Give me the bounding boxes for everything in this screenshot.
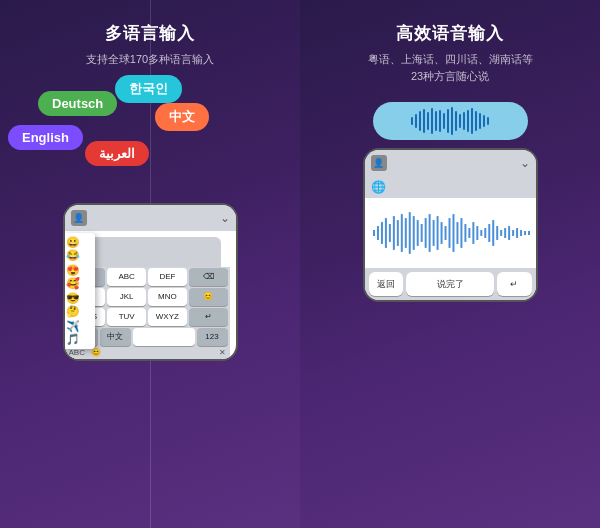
kb-key-abc[interactable]: ABC [107,268,146,286]
emoji-row-3: 😎🤔 [66,292,92,318]
svg-rect-27 [480,230,482,236]
kb-key-mno[interactable]: MNO [148,288,187,306]
kb-top-bar: 👤 ⌄ [65,205,236,231]
right-phone-mockup: 👤 ⌄ 🌐 [363,148,538,302]
wave-bar [467,110,469,132]
right-panel: 高效语音输入 粤语、上海话、四川话、湖南话等 23种方言随心说 [300,0,600,528]
wave-bar [439,110,441,132]
svg-rect-2 [380,222,382,244]
voice-kb-top: 👤 ⌄ [365,150,536,176]
wave-bar [483,115,485,127]
svg-rect-24 [468,228,470,238]
svg-rect-18 [444,226,446,240]
voice-back-button[interactable]: 返回 [369,272,404,296]
badge-english: English [8,125,83,150]
kb-key-wxyz[interactable]: WXYZ [148,308,187,326]
svg-rect-28 [484,228,486,238]
wave-bar [463,112,465,130]
svg-rect-20 [452,214,454,252]
svg-rect-39 [528,231,530,235]
emoji-row-4: ✈️🎵 [66,320,92,346]
wave-bar [435,111,437,131]
voice-enter-button[interactable]: ↵ [497,272,532,296]
voice-wave-svg [371,208,530,258]
kb-key-backspace[interactable]: ⌫ [189,268,228,286]
svg-rect-3 [384,218,386,248]
left-phone-mockup: 👤 ⌄ 😀😂 😍🥰 😎🤔 ✈️🎵 ... [63,203,238,361]
badge-korean: 한국인 [115,75,182,103]
left-panel: 多语言输入 支持全球170多种语言输入 English Deutsch 한국인 … [0,0,300,528]
globe-row: 🌐 [365,176,536,198]
emoji-panel: 😀😂 😍🥰 😎🤔 ✈️🎵 [63,233,95,349]
svg-rect-17 [440,222,442,244]
globe-icon: 🌐 [371,180,386,194]
wave-bar [471,108,473,134]
svg-rect-30 [492,220,494,246]
svg-rect-34 [508,226,510,240]
left-phone-screen: 👤 ⌄ 😀😂 😍🥰 😎🤔 ✈️🎵 ... [65,205,236,359]
voice-waveform-area [365,198,536,268]
kb-key-chinese[interactable]: 中文 [100,328,131,346]
svg-rect-23 [464,224,466,242]
right-subtitle: 粤语、上海话、四川话、湖南话等 23种方言随心说 [368,51,533,84]
svg-rect-15 [432,220,434,246]
svg-rect-12 [420,224,422,242]
svg-rect-16 [436,216,438,250]
voice-bubble [373,102,528,140]
svg-rect-38 [524,231,526,235]
kb-abc-label: ABC [69,348,85,357]
svg-rect-7 [400,214,402,252]
kb-key-enter[interactable]: ↵ [189,308,228,326]
badges-area: English Deutsch 한국인 中文 العربية [0,73,300,203]
chevron-icon: ⌄ [220,211,230,225]
svg-rect-37 [520,230,522,236]
wave-bar [479,113,481,129]
svg-rect-9 [408,212,410,254]
voice-done-button[interactable]: 说完了 [406,272,493,296]
kb-key-def[interactable]: DEF [148,268,187,286]
kb-key-space[interactable] [133,328,195,346]
svg-rect-29 [488,224,490,242]
svg-rect-35 [512,230,514,236]
wave-bar [455,111,457,131]
wave-bar [451,107,453,135]
waveform-group [372,212,529,254]
right-title: 高效语音输入 [396,22,504,45]
svg-rect-1 [376,226,378,240]
kb-key-tuv[interactable]: TUV [107,308,146,326]
kb-emoji-icon: 😊 [91,348,101,357]
wave-bar [475,111,477,131]
kb-key-123[interactable]: 123 [197,328,228,346]
kb-key-jkl[interactable]: JKL [107,288,146,306]
svg-rect-10 [412,216,414,250]
wave-bar [447,109,449,133]
keyboard-area: 😀😂 😍🥰 😎🤔 ✈️🎵 ... ABC DEF ⌫ [65,231,236,359]
badge-deutsch: Deutsch [38,91,117,116]
emoji-row-1: 😀😂 [66,236,92,262]
svg-rect-6 [396,220,398,246]
kb-key-emoji[interactable]: 😊 [189,288,228,306]
right-subtitle-line2: 23种方言随心说 [368,68,533,85]
svg-rect-14 [428,214,430,252]
right-phone-screen: 👤 ⌄ 🌐 [365,150,536,300]
wave-bar [487,117,489,125]
wave-bar [427,112,429,130]
svg-rect-22 [460,218,462,248]
wave-bar [423,109,425,133]
voice-kb-bottom: 返回 说完了 ↵ [365,268,536,300]
svg-rect-21 [456,222,458,244]
svg-rect-25 [472,222,474,244]
svg-rect-31 [496,226,498,240]
svg-rect-8 [404,218,406,248]
right-subtitle-line1: 粤语、上海话、四川话、湖南话等 [368,51,533,68]
svg-rect-0 [372,230,374,236]
svg-rect-4 [388,224,390,242]
svg-rect-11 [416,220,418,246]
badge-arabic: العربية [85,141,149,166]
svg-rect-33 [504,228,506,238]
wave-bar [459,114,461,128]
waveform [411,107,489,135]
wave-bar [419,111,421,131]
person-icon: 👤 [71,210,87,226]
svg-rect-19 [448,218,450,248]
